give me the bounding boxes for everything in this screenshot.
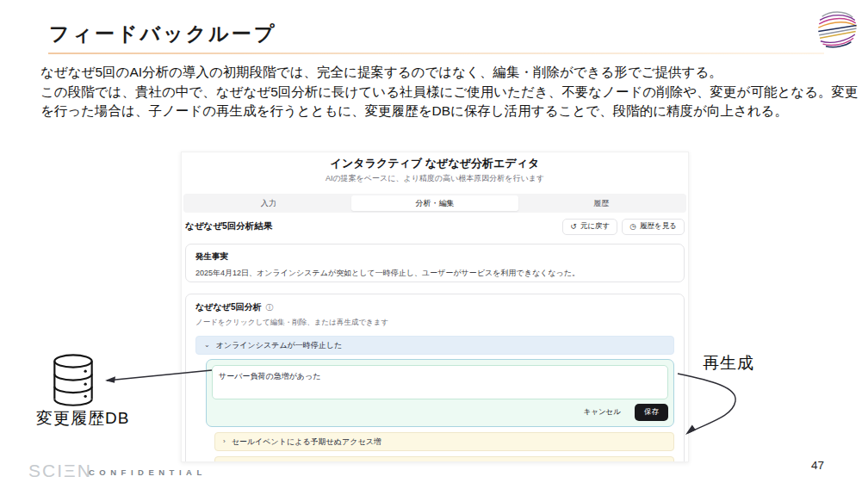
database-icon bbox=[52, 353, 95, 412]
info-icon[interactable]: ⓘ bbox=[266, 302, 274, 313]
undo-button[interactable]: ↺ 元に戻す bbox=[562, 219, 617, 235]
view-history-button[interactable]: ◷ 履歴を見る bbox=[622, 219, 685, 235]
save-button[interactable]: 保存 bbox=[635, 404, 668, 421]
confidential-label: CONFIDENTIAL bbox=[89, 467, 207, 477]
undo-button-label: 元に戻す bbox=[580, 221, 610, 232]
fact-card-body: 2025年4月12日、オンラインシステムが突如として一時停止し、ユーザーがサービ… bbox=[195, 268, 674, 279]
node-edit-textarea[interactable]: サーバー負荷の急増があった bbox=[212, 365, 668, 399]
result-header: なぜなぜ5回分析結果 ↺ 元に戻す ◷ 履歴を見る bbox=[185, 218, 685, 235]
chevron-right-icon: › bbox=[223, 438, 226, 445]
tab-analysis-edit[interactable]: 分析・編集 bbox=[351, 195, 518, 211]
title-underline bbox=[48, 53, 824, 54]
history-icon: ◷ bbox=[629, 222, 636, 231]
analysis-card-heading: なぜなぜ5回分析 ⓘ bbox=[195, 301, 674, 313]
header-buttons: ↺ 元に戻す ◷ 履歴を見る bbox=[562, 219, 685, 235]
db-annotation-label: 変更履歴DB bbox=[36, 407, 129, 430]
node-edit-panel: サーバー負荷の急増があった キャンセル 保存 bbox=[206, 359, 674, 427]
slide: フィードバックループ なぜなぜ5回のAI分析の導入の初期段階では、完全に提案する… bbox=[0, 0, 868, 489]
edit-actions: キャンセル 保存 bbox=[212, 404, 668, 421]
editor-title: インタラクティブ なぜなぜ分析エディタ bbox=[182, 156, 688, 171]
analysis-editor-panel: インタラクティブ なぜなぜ分析エディタ AIの提案をベースに、より精度の高い根本… bbox=[181, 152, 689, 462]
tab-input[interactable]: 入力 bbox=[185, 195, 351, 211]
body-text: なぜなぜ5回のAI分析の導入の初期段階では、完全に提案するのではなく、編集・削除… bbox=[40, 63, 859, 121]
editor-subtitle: AIの提案をベースに、より精度の高い根本原因分析を行います bbox=[182, 173, 688, 184]
node-child-2-label: キャパシティ不足 bbox=[232, 461, 294, 463]
analysis-hint: ノードをクリックして編集・削除、または再生成できます bbox=[195, 318, 674, 328]
fact-card: 発生事実 2025年4月12日、オンラインシステムが突如として一時停止し、ユーザ… bbox=[185, 244, 685, 282]
chevron-down-icon: ⌄ bbox=[204, 342, 210, 349]
result-title: なぜなぜ5回分析結果 bbox=[185, 220, 272, 232]
brand-swirl-logo bbox=[815, 7, 859, 53]
fact-card-heading: 発生事実 bbox=[195, 251, 674, 263]
tab-history[interactable]: 履歴 bbox=[518, 195, 685, 211]
node-root[interactable]: ⌄ オンラインシステムが一時停止した bbox=[195, 336, 674, 355]
view-history-label: 履歴を見る bbox=[640, 221, 677, 232]
node-root-label: オンラインシステムが一時停止した bbox=[216, 340, 343, 351]
undo-icon: ↺ bbox=[570, 222, 577, 231]
page-title: フィードバックループ bbox=[49, 21, 276, 47]
cancel-button[interactable]: キャンセル bbox=[579, 406, 627, 418]
analysis-card: なぜなぜ5回分析 ⓘ ノードをクリックして編集・削除、または再生成できます ⌄ … bbox=[185, 294, 685, 462]
analysis-heading-label: なぜなぜ5回分析 bbox=[195, 301, 262, 313]
node-child-2[interactable]: › キャパシティ不足 bbox=[214, 456, 674, 462]
editor-tab-bar: 入力 分析・編集 履歴 bbox=[183, 194, 686, 213]
scien-logo: SCIΞN bbox=[28, 461, 92, 481]
node-child-1-label: セールイベントによる予期せぬアクセス増 bbox=[232, 436, 381, 448]
body-line-2: この段階では、貴社の中で、なぜなぜ5回分析に長けている社員様にご使用いただき、不… bbox=[40, 83, 859, 121]
page-number: 47 bbox=[811, 459, 824, 472]
body-line-1: なぜなぜ5回のAI分析の導入の初期段階では、完全に提案するのではなく、編集・削除… bbox=[40, 63, 859, 83]
regen-annotation-label: 再生成 bbox=[703, 352, 754, 374]
node-child-1[interactable]: › セールイベントによる予期せぬアクセス増 bbox=[214, 432, 674, 451]
